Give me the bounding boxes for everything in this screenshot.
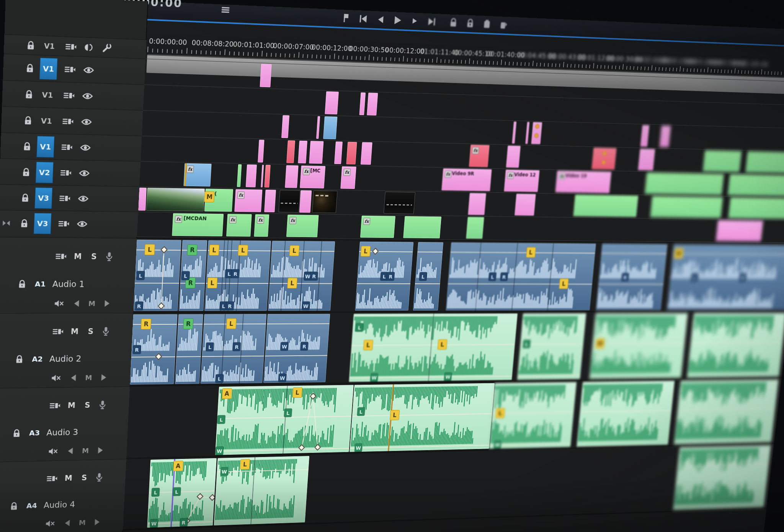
camera-icon[interactable] bbox=[62, 117, 74, 125]
video-clip[interactable] bbox=[525, 122, 529, 144]
speaker-muted-icon[interactable] bbox=[45, 519, 55, 528]
mute-button[interactable]: M bbox=[65, 474, 73, 483]
audio-clip[interactable] bbox=[687, 313, 784, 377]
solo-button[interactable]: S bbox=[88, 327, 93, 336]
video-clip-thumbnail[interactable] bbox=[312, 190, 338, 213]
video-clip[interactable] bbox=[645, 172, 724, 195]
video-clip-thumbnail[interactable] bbox=[146, 188, 205, 211]
video-clip[interactable] bbox=[285, 165, 299, 188]
video-clip[interactable] bbox=[716, 220, 763, 241]
source-assign-a2[interactable]: A2 bbox=[29, 349, 46, 369]
prev-keyframe-icon[interactable] bbox=[68, 448, 73, 454]
export-frame-icon[interactable] bbox=[483, 19, 492, 29]
video-clip[interactable] bbox=[514, 194, 536, 216]
video-clip[interactable] bbox=[638, 149, 655, 171]
video-clip[interactable]: fx bbox=[286, 215, 319, 237]
video-clip[interactable]: fx bbox=[254, 214, 269, 237]
audio-clip[interactable]: LLR bbox=[355, 242, 413, 311]
speaker-muted-icon[interactable] bbox=[48, 447, 58, 456]
video-clip[interactable]: [N(M bbox=[204, 189, 234, 211]
audio-clip[interactable]: RRL bbox=[179, 240, 207, 311]
video-clip[interactable] bbox=[316, 116, 320, 139]
video-clip[interactable] bbox=[138, 188, 147, 211]
video-clip[interactable] bbox=[650, 196, 723, 218]
camera-icon[interactable] bbox=[61, 143, 73, 151]
step-back-icon[interactable] bbox=[376, 15, 385, 24]
source-assign-a4[interactable]: A4 bbox=[23, 496, 40, 516]
hamburger-icon[interactable] bbox=[220, 6, 231, 14]
video-clip[interactable] bbox=[468, 193, 486, 215]
go-to-out-icon[interactable] bbox=[427, 17, 436, 26]
solo-button[interactable]: S bbox=[91, 252, 97, 261]
video-clip[interactable] bbox=[298, 141, 307, 164]
video-clip[interactable] bbox=[334, 142, 343, 164]
track-output-eye-icon[interactable] bbox=[78, 195, 88, 202]
timeline-settings-icon[interactable] bbox=[102, 43, 112, 53]
audio-clip[interactable]: ALWLL bbox=[215, 385, 354, 455]
video-clip[interactable]: fxVideo 9R bbox=[441, 168, 492, 191]
video-clip[interactable] bbox=[506, 146, 521, 168]
video-clip[interactable] bbox=[703, 150, 742, 172]
video-clip[interactable]: fx bbox=[234, 189, 262, 212]
video-clip[interactable] bbox=[745, 151, 784, 173]
voiceover-mic-icon[interactable] bbox=[105, 252, 113, 262]
track-output-eye-icon[interactable] bbox=[83, 66, 94, 74]
video-clip[interactable] bbox=[299, 190, 312, 213]
audio-clip[interactable]: ALLWR bbox=[147, 458, 217, 528]
lock-icon[interactable] bbox=[24, 116, 33, 125]
source-assign-v1[interactable]: V1 bbox=[38, 110, 56, 132]
source-assign-v2[interactable]: V2 bbox=[36, 162, 54, 183]
lock-icon[interactable] bbox=[15, 355, 23, 364]
source-assign-a3[interactable]: A3 bbox=[26, 423, 43, 443]
video-clip[interactable]: fxVideo 19 bbox=[555, 171, 611, 193]
voiceover-mic-icon[interactable] bbox=[95, 473, 103, 482]
video-clip[interactable] bbox=[531, 122, 542, 144]
speaker-muted-icon[interactable] bbox=[51, 374, 61, 382]
audio-clip[interactable]: LLR bbox=[134, 240, 181, 311]
audio-clip[interactable]: LLRL bbox=[446, 242, 596, 311]
video-clip[interactable] bbox=[346, 142, 357, 164]
audio-clip[interactable]: RR bbox=[130, 314, 177, 385]
audio-clip[interactable]: LLLLRLR bbox=[204, 240, 271, 311]
video-clip[interactable] bbox=[403, 216, 441, 238]
keyframe-menu-button[interactable]: M bbox=[82, 447, 89, 455]
mute-button[interactable]: M bbox=[74, 252, 82, 261]
video-clip[interactable] bbox=[260, 64, 272, 87]
source-camera-icon[interactable] bbox=[46, 475, 57, 482]
go-to-in-icon[interactable] bbox=[358, 14, 368, 24]
audio-clip[interactable]: L bbox=[517, 313, 586, 380]
next-keyframe-icon[interactable] bbox=[101, 374, 106, 381]
audio-clip[interactable]: WRW bbox=[263, 314, 330, 383]
video-clip[interactable]: fx bbox=[360, 216, 395, 238]
video-clip[interactable] bbox=[591, 148, 616, 170]
voiceover-mic-icon[interactable] bbox=[99, 400, 106, 410]
lock-icon[interactable] bbox=[22, 168, 30, 177]
audio-clip[interactable]: R bbox=[175, 314, 203, 384]
video-clip[interactable] bbox=[323, 116, 337, 139]
mute-button[interactable]: M bbox=[71, 327, 79, 336]
video-clip-thumbnail[interactable] bbox=[278, 190, 300, 213]
audio-clip[interactable]: LRW bbox=[667, 244, 784, 310]
lock-icon[interactable] bbox=[21, 193, 29, 203]
source-assign-v1[interactable]: V1 bbox=[38, 84, 56, 106]
audio-clip[interactable]: LLWLW bbox=[349, 314, 518, 382]
audio-clip[interactable] bbox=[674, 379, 778, 444]
next-keyframe-icon[interactable] bbox=[98, 447, 103, 454]
voiceover-mic-icon[interactable] bbox=[102, 327, 109, 337]
camera-icon[interactable] bbox=[59, 195, 70, 202]
lock-icon[interactable] bbox=[18, 279, 26, 288]
video-clip[interactable]: fx bbox=[183, 163, 211, 187]
lock-icon[interactable] bbox=[13, 429, 21, 438]
audio-clip[interactable]: R bbox=[596, 244, 668, 310]
keyframe-menu-button[interactable]: M bbox=[79, 519, 86, 527]
audio-clip[interactable] bbox=[577, 381, 675, 447]
solo-button[interactable]: S bbox=[85, 401, 90, 410]
lift-icon[interactable] bbox=[449, 18, 458, 28]
video-clip[interactable] bbox=[728, 197, 784, 219]
keyframe-menu-button[interactable]: M bbox=[88, 299, 96, 307]
camera-icon[interactable] bbox=[60, 169, 72, 177]
source-assign-v1[interactable]: V1 bbox=[36, 136, 54, 158]
video-clip[interactable] bbox=[309, 141, 323, 164]
next-keyframe-icon[interactable] bbox=[105, 300, 109, 307]
camera-icon[interactable] bbox=[65, 43, 77, 51]
